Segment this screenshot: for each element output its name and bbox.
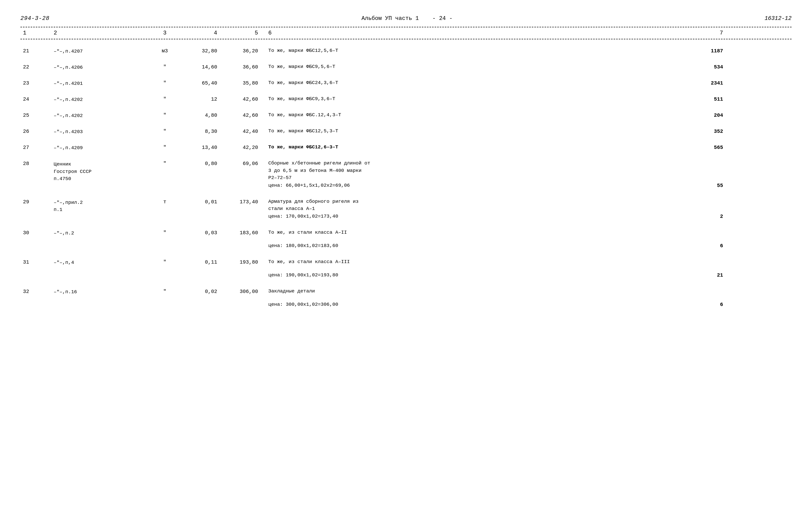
row-unit: ″: [148, 128, 182, 134]
sub-desc: цена: 170,00х1,02=173,40: [263, 213, 672, 219]
row-qty: 8,30: [182, 128, 222, 134]
col-header-5: 5: [222, 30, 263, 36]
sub-desc: цена: 300,00х1,02=306,00: [263, 301, 672, 307]
row-desc: То же, марки ФБС24,3,6–Т: [263, 79, 672, 87]
header-center: Альбом УП часть 1 - 24 -: [362, 15, 452, 22]
row-qty: 12: [182, 95, 222, 102]
row-total: 511: [672, 95, 723, 102]
row-desc: То же, из стали класса А–II: [263, 229, 672, 236]
row-price: 173,40: [222, 198, 263, 205]
row-ref: –″–,п.4207: [51, 47, 148, 55]
row-ref: –″–,п.4202: [51, 95, 148, 103]
column-headers: 1 2 3 4 5 6 7: [20, 27, 792, 39]
sub-total: 21: [672, 272, 723, 278]
row-unit: ″: [148, 112, 182, 118]
table-row: 28 ЦенникГосстроя СССРп.4750 ″ 0,80 69,0…: [20, 160, 792, 182]
row-num: 25: [20, 112, 51, 118]
row-price: 35,80: [222, 79, 263, 86]
row-num: 26: [20, 128, 51, 134]
row-ref: –″–,п,4: [51, 258, 148, 266]
row-price: 42,20: [222, 144, 263, 150]
sub-row: . . . . . цена: 300,00х1,02=306,00 6: [20, 301, 792, 312]
row-total: 534: [672, 63, 723, 70]
sub-total: 55: [672, 182, 723, 189]
row-unit: ″: [148, 229, 182, 236]
row-qty: 4,80: [182, 112, 222, 118]
row-price: 69,06: [222, 160, 263, 166]
row-ref: –″–,п.4203: [51, 128, 148, 135]
row-qty: 0,11: [182, 258, 222, 265]
sub-desc: цена: 180,00х1,02=183,60: [263, 243, 672, 249]
row-num: 28: [20, 160, 51, 166]
row-unit: ″: [148, 63, 182, 70]
row-qty: 0,02: [182, 287, 222, 295]
row-num: 31: [20, 258, 51, 265]
row-ref: –″–,прил.2п.1: [51, 198, 148, 213]
row-num: 21: [20, 47, 51, 54]
col-header-4: 4: [182, 30, 222, 36]
sub-desc: цена: 190,00х1,02=193,80: [263, 272, 672, 278]
table-row: 30 –″–,п.2 ″ 0,03 183,60 То же, из стали…: [20, 229, 792, 243]
sub-row: . . . . . цена: 170,00х1,02=173,40 2: [20, 213, 792, 224]
row-desc: Закладные детали: [263, 287, 672, 295]
table-row: 24 –″–,п.4202 ″ 12 42,60 То же, марки ФБ…: [20, 95, 792, 109]
row-desc: Сборные х/бетонные ригели длиной от 3 до…: [263, 160, 672, 181]
table-row: 29 –″–,прил.2п.1 т 0,01 173,40 Арматура …: [20, 198, 792, 213]
row-unit: ″: [148, 160, 182, 166]
row-qty: 14,60: [182, 63, 222, 70]
sub-row: . . . . . цена: 190,00х1,02=193,80 21: [20, 272, 792, 282]
row-num: 23: [20, 79, 51, 86]
row-price: 36,60: [222, 63, 263, 70]
row-desc: То же, марки ФБС12,5,6–Т: [263, 47, 672, 55]
row-total: 204: [672, 112, 723, 118]
row-desc: То же, марки ФБС12,6–3–Т: [263, 144, 672, 151]
row-qty: 0,80: [182, 160, 222, 166]
header-right: 16312-12: [765, 15, 792, 22]
row-desc: То же, марки ФБС12,5,3–Т: [263, 128, 672, 135]
row-qty: 65,40: [182, 79, 222, 86]
table-row: 31 –″–,п,4 ″ 0,11 193,80 То же, из стали…: [20, 258, 792, 272]
row-unit: ″: [148, 144, 182, 150]
row-num: 30: [20, 229, 51, 236]
row-price: 42,60: [222, 112, 263, 118]
row-total: 352: [672, 128, 723, 134]
row-ref: –″–,п.4206: [51, 63, 148, 71]
table-row: 26 –″–,п.4203 ″ 8,30 42,40 То же, марки …: [20, 128, 792, 142]
table-row: 25 –″–,п.4202 ″ 4,80 42,60 То же, марки …: [20, 112, 792, 126]
row-num: 29: [20, 198, 51, 205]
row-price: 183,60: [222, 229, 263, 236]
row-qty: 0,01: [182, 198, 222, 205]
sub-total: 6: [672, 243, 723, 249]
sub-desc: цена: 66,00+1,5х1,02х2=69,06: [263, 182, 672, 188]
table-row: 27 –″–,п.4209 ″ 13,40 42,20 То же, марки…: [20, 144, 792, 158]
sub-total: 6: [672, 301, 723, 308]
row-price: 36,20: [222, 47, 263, 54]
row-total: 565: [672, 144, 723, 150]
row-ref: –″–,п.16: [51, 287, 148, 295]
col-header-6: 6: [263, 30, 672, 36]
row-total: 2341: [672, 79, 723, 86]
row-ref: –″–,п.2: [51, 229, 148, 237]
row-price: 306,00: [222, 287, 263, 295]
row-ref: ЦенникГосстроя СССРп.4750: [51, 160, 148, 182]
table-row: 23 –″–,п.4201 ″ 65,40 35,80 То же, марки…: [20, 79, 792, 93]
table-row: 32 –″–,п.16 ″ 0,02 306,00 Закладные дета…: [20, 287, 792, 301]
row-desc: То же, из стали класса А–III: [263, 258, 672, 266]
row-qty: 32,80: [182, 47, 222, 54]
col-header-2: 2: [51, 30, 148, 36]
row-ref: –″–,п.4202: [51, 112, 148, 119]
row-price: 193,80: [222, 258, 263, 265]
row-unit: м3: [148, 47, 182, 54]
row-qty: 13,40: [182, 144, 222, 150]
row-price: 42,40: [222, 128, 263, 134]
row-desc: То же, марки ФБС9,5,6–Т: [263, 63, 672, 71]
row-ref: –″–,п.4209: [51, 144, 148, 151]
row-unit: т: [148, 198, 182, 205]
sub-total: 2: [672, 213, 723, 219]
row-desc: То же, марки ФБС9,3,6–Т: [263, 95, 672, 103]
row-desc: Арматура для сборного ригеля из стали кл…: [263, 198, 672, 212]
col-header-7: 7: [672, 30, 723, 36]
sub-row: . . . . . цена: 66,00+1,5х1,02х2=69,06 5…: [20, 182, 792, 193]
col-header-1: 1: [20, 30, 51, 36]
row-ref: –″–,п.4201: [51, 79, 148, 87]
